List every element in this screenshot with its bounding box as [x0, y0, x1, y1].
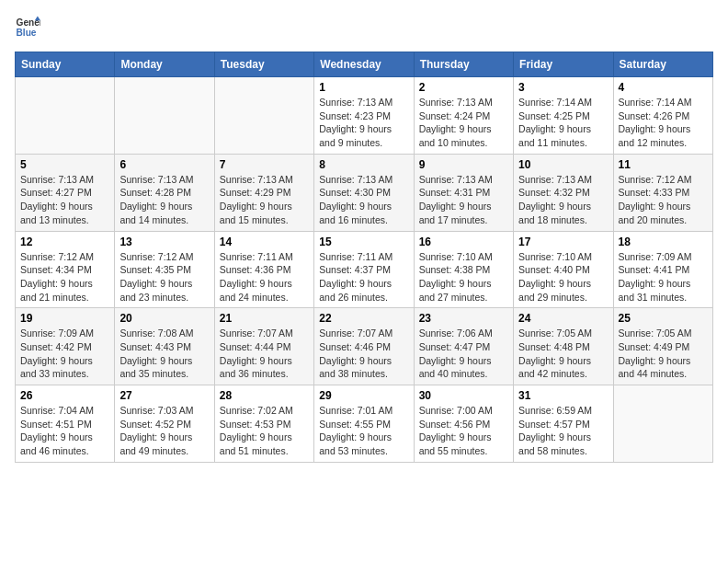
- day-number: 7: [220, 158, 309, 171]
- day-of-week-header: Saturday: [613, 52, 712, 77]
- logo: General Blue: [15, 15, 44, 40]
- day-info: Sunrise: 7:11 AM Sunset: 4:36 PM Dayligh…: [220, 250, 309, 304]
- day-info: Sunrise: 7:11 AM Sunset: 4:37 PM Dayligh…: [319, 250, 408, 304]
- day-info: Sunrise: 7:13 AM Sunset: 4:23 PM Dayligh…: [319, 96, 408, 150]
- calendar-cell: [16, 77, 115, 155]
- day-number: 12: [20, 236, 109, 248]
- calendar-cell: 29Sunrise: 7:01 AM Sunset: 4:55 PM Dayli…: [314, 385, 414, 463]
- day-of-week-header: Tuesday: [214, 52, 313, 77]
- calendar-cell: [115, 77, 214, 155]
- day-number: 29: [319, 389, 408, 402]
- day-number: 27: [119, 389, 209, 402]
- day-number: 8: [319, 158, 408, 171]
- day-info: Sunrise: 7:05 AM Sunset: 4:49 PM Dayligh…: [619, 327, 708, 381]
- calendar-week-row: 12Sunrise: 7:12 AM Sunset: 4:34 PM Dayli…: [16, 231, 713, 308]
- day-number: 14: [220, 236, 309, 248]
- calendar-cell: 26Sunrise: 7:04 AM Sunset: 4:51 PM Dayli…: [16, 385, 115, 463]
- day-of-week-header: Thursday: [414, 52, 513, 77]
- day-info: Sunrise: 7:12 AM Sunset: 4:35 PM Dayligh…: [119, 250, 209, 304]
- calendar-cell: 17Sunrise: 7:10 AM Sunset: 4:40 PM Dayli…: [514, 231, 613, 308]
- calendar-cell: 6Sunrise: 7:13 AM Sunset: 4:28 PM Daylig…: [115, 154, 214, 231]
- calendar-week-row: 19Sunrise: 7:09 AM Sunset: 4:42 PM Dayli…: [16, 308, 713, 385]
- calendar-table: SundayMondayTuesdayWednesdayThursdayFrid…: [15, 52, 713, 463]
- calendar-cell: 10Sunrise: 7:13 AM Sunset: 4:32 PM Dayli…: [514, 154, 613, 231]
- calendar-cell: 14Sunrise: 7:11 AM Sunset: 4:36 PM Dayli…: [214, 231, 313, 308]
- calendar-cell: 20Sunrise: 7:08 AM Sunset: 4:43 PM Dayli…: [115, 308, 214, 385]
- day-number: 15: [319, 236, 408, 248]
- calendar-cell: 3Sunrise: 7:14 AM Sunset: 4:25 PM Daylig…: [514, 77, 613, 155]
- day-number: 30: [419, 389, 508, 402]
- day-info: Sunrise: 7:00 AM Sunset: 4:56 PM Dayligh…: [419, 404, 508, 458]
- day-number: 31: [518, 389, 608, 402]
- calendar-header: SundayMondayTuesdayWednesdayThursdayFrid…: [16, 52, 713, 77]
- day-info: Sunrise: 7:13 AM Sunset: 4:28 PM Dayligh…: [119, 173, 209, 227]
- day-info: Sunrise: 7:13 AM Sunset: 4:27 PM Dayligh…: [20, 173, 109, 227]
- calendar-cell: [214, 77, 313, 155]
- calendar-cell: 28Sunrise: 7:02 AM Sunset: 4:53 PM Dayli…: [214, 385, 313, 463]
- day-info: Sunrise: 7:07 AM Sunset: 4:46 PM Dayligh…: [319, 327, 408, 381]
- day-info: Sunrise: 7:10 AM Sunset: 4:40 PM Dayligh…: [518, 250, 608, 304]
- day-info: Sunrise: 7:09 AM Sunset: 4:42 PM Dayligh…: [20, 327, 109, 381]
- day-number: 3: [518, 81, 608, 94]
- day-number: 17: [518, 236, 608, 248]
- day-number: 28: [220, 389, 309, 402]
- logo-icon: General Blue: [15, 15, 40, 40]
- day-info: Sunrise: 7:13 AM Sunset: 4:30 PM Dayligh…: [319, 173, 408, 227]
- svg-text:Blue: Blue: [17, 28, 37, 38]
- page-header: General Blue: [15, 15, 713, 40]
- day-number: 9: [419, 158, 508, 171]
- calendar-week-row: 1Sunrise: 7:13 AM Sunset: 4:23 PM Daylig…: [16, 77, 713, 155]
- day-info: Sunrise: 6:59 AM Sunset: 4:57 PM Dayligh…: [518, 404, 608, 458]
- day-info: Sunrise: 7:03 AM Sunset: 4:52 PM Dayligh…: [119, 404, 209, 458]
- calendar-cell: 18Sunrise: 7:09 AM Sunset: 4:41 PM Dayli…: [613, 231, 712, 308]
- day-number: 22: [319, 312, 408, 325]
- calendar-cell: 27Sunrise: 7:03 AM Sunset: 4:52 PM Dayli…: [115, 385, 214, 463]
- calendar-cell: 5Sunrise: 7:13 AM Sunset: 4:27 PM Daylig…: [16, 154, 115, 231]
- calendar-cell: 24Sunrise: 7:05 AM Sunset: 4:48 PM Dayli…: [514, 308, 613, 385]
- day-info: Sunrise: 7:02 AM Sunset: 4:53 PM Dayligh…: [220, 404, 309, 458]
- day-info: Sunrise: 7:07 AM Sunset: 4:44 PM Dayligh…: [220, 327, 309, 381]
- day-info: Sunrise: 7:13 AM Sunset: 4:29 PM Dayligh…: [220, 173, 309, 227]
- day-number: 6: [119, 158, 209, 171]
- calendar-cell: 12Sunrise: 7:12 AM Sunset: 4:34 PM Dayli…: [16, 231, 115, 308]
- calendar-cell: 4Sunrise: 7:14 AM Sunset: 4:26 PM Daylig…: [613, 77, 712, 155]
- day-number: 10: [518, 158, 608, 171]
- day-number: 16: [419, 236, 508, 248]
- day-info: Sunrise: 7:13 AM Sunset: 4:31 PM Dayligh…: [419, 173, 508, 227]
- calendar-week-row: 5Sunrise: 7:13 AM Sunset: 4:27 PM Daylig…: [16, 154, 713, 231]
- day-info: Sunrise: 7:08 AM Sunset: 4:43 PM Dayligh…: [119, 327, 209, 381]
- day-number: 26: [20, 389, 109, 402]
- calendar-cell: 9Sunrise: 7:13 AM Sunset: 4:31 PM Daylig…: [414, 154, 513, 231]
- day-info: Sunrise: 7:01 AM Sunset: 4:55 PM Dayligh…: [319, 404, 408, 458]
- day-number: 13: [119, 236, 209, 248]
- calendar-cell: [613, 385, 712, 463]
- calendar-cell: 13Sunrise: 7:12 AM Sunset: 4:35 PM Dayli…: [115, 231, 214, 308]
- calendar-cell: 2Sunrise: 7:13 AM Sunset: 4:24 PM Daylig…: [414, 77, 513, 155]
- calendar-cell: 23Sunrise: 7:06 AM Sunset: 4:47 PM Dayli…: [414, 308, 513, 385]
- day-number: 25: [619, 312, 708, 325]
- day-info: Sunrise: 7:13 AM Sunset: 4:32 PM Dayligh…: [518, 173, 608, 227]
- day-number: 2: [419, 81, 508, 94]
- days-of-week-row: SundayMondayTuesdayWednesdayThursdayFrid…: [16, 52, 713, 77]
- calendar-cell: 21Sunrise: 7:07 AM Sunset: 4:44 PM Dayli…: [214, 308, 313, 385]
- day-number: 20: [119, 312, 209, 325]
- calendar-cell: 31Sunrise: 6:59 AM Sunset: 4:57 PM Dayli…: [514, 385, 613, 463]
- day-number: 21: [220, 312, 309, 325]
- calendar-cell: 1Sunrise: 7:13 AM Sunset: 4:23 PM Daylig…: [314, 77, 414, 155]
- day-of-week-header: Wednesday: [314, 52, 414, 77]
- calendar-cell: 7Sunrise: 7:13 AM Sunset: 4:29 PM Daylig…: [214, 154, 313, 231]
- day-number: 11: [619, 158, 708, 171]
- day-info: Sunrise: 7:12 AM Sunset: 4:34 PM Dayligh…: [20, 250, 109, 304]
- day-info: Sunrise: 7:06 AM Sunset: 4:47 PM Dayligh…: [419, 327, 508, 381]
- calendar-cell: 22Sunrise: 7:07 AM Sunset: 4:46 PM Dayli…: [314, 308, 414, 385]
- calendar-cell: 15Sunrise: 7:11 AM Sunset: 4:37 PM Dayli…: [314, 231, 414, 308]
- day-number: 5: [20, 158, 109, 171]
- day-info: Sunrise: 7:09 AM Sunset: 4:41 PM Dayligh…: [619, 250, 708, 304]
- day-of-week-header: Monday: [115, 52, 214, 77]
- day-info: Sunrise: 7:05 AM Sunset: 4:48 PM Dayligh…: [518, 327, 608, 381]
- day-info: Sunrise: 7:04 AM Sunset: 4:51 PM Dayligh…: [20, 404, 109, 458]
- calendar-cell: 19Sunrise: 7:09 AM Sunset: 4:42 PM Dayli…: [16, 308, 115, 385]
- calendar-cell: 30Sunrise: 7:00 AM Sunset: 4:56 PM Dayli…: [414, 385, 513, 463]
- day-info: Sunrise: 7:14 AM Sunset: 4:26 PM Dayligh…: [619, 96, 708, 150]
- calendar-cell: 8Sunrise: 7:13 AM Sunset: 4:30 PM Daylig…: [314, 154, 414, 231]
